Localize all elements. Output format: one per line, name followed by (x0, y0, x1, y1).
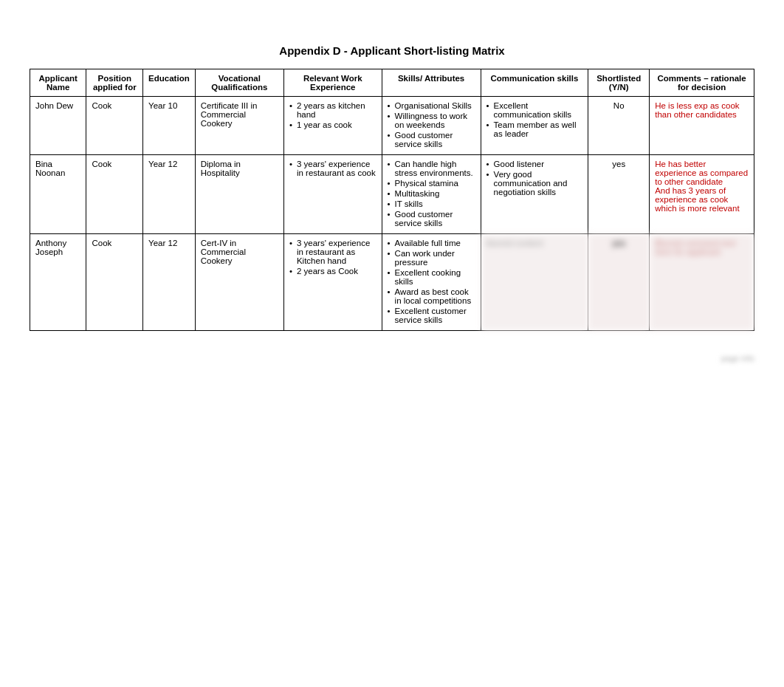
cell-qualifications: Cert-IV in Commercial Cookery (195, 234, 283, 331)
page: Appendix D - Applicant Short-listing Mat… (0, 0, 784, 393)
cell-shortlisted: yes (588, 155, 650, 234)
table-header-row: Applicant Name Position applied for Educ… (30, 69, 754, 97)
col-experience: Relevant Work Experience (283, 69, 382, 97)
cell-qualifications: Diploma in Hospitality (195, 155, 283, 234)
cell-experience: 2 years as kitchen hand1 year as cook (283, 97, 382, 155)
cell-communication: blurred content (481, 234, 588, 331)
cell-education: Year 10 (143, 97, 196, 155)
col-shortlisted: Shortlisted (Y/N) (588, 69, 650, 97)
col-position: Position applied for (86, 69, 143, 97)
shortlisting-matrix-table: Applicant Name Position applied for Educ… (30, 69, 754, 331)
cell-skills: Can handle high stress environments.Phys… (382, 155, 481, 234)
table-row: John DewCookYear 10Certificate III in Co… (30, 97, 754, 155)
cell-comments: He is less exp as cook than other candid… (650, 97, 754, 155)
col-applicant-name: Applicant Name (30, 69, 86, 97)
cell-experience: 3 years' experience in restaurant as coo… (283, 155, 382, 234)
footer-area: page info (30, 353, 754, 363)
col-skills: Skills/ Attributes (382, 69, 481, 97)
col-comments: Comments – rationale for decision (650, 69, 754, 97)
cell-experience: 3 years' experience in restaurant as Kit… (283, 234, 382, 331)
cell-communication: Good listenerVery good communication and… (481, 155, 588, 234)
cell-applicant-name: Bina Noonan (30, 155, 86, 234)
col-qualifications: Vocational Qualifications (195, 69, 283, 97)
table-row: Anthony JosephCookYear 12Cert-IV in Comm… (30, 234, 754, 331)
page-title: Appendix D - Applicant Short-listing Mat… (30, 44, 754, 57)
footer-text: page info (721, 354, 754, 363)
cell-comments: He has better experience as compared to … (650, 155, 754, 234)
cell-communication: Excellent communication skillsTeam membe… (481, 97, 588, 155)
cell-position: Cook (86, 234, 143, 331)
cell-applicant-name: Anthony Joseph (30, 234, 86, 331)
cell-comments: Blurred comment text here for applicant (650, 234, 754, 331)
cell-skills: Organisational SkillsWillingness to work… (382, 97, 481, 155)
col-communication: Communication skills (481, 69, 588, 97)
cell-shortlisted: No (588, 97, 650, 155)
cell-shortlisted: yes (588, 234, 650, 331)
cell-position: Cook (86, 97, 143, 155)
col-education: Education (143, 69, 196, 97)
cell-education: Year 12 (143, 234, 196, 331)
cell-qualifications: Certificate III in Commercial Cookery (195, 97, 283, 155)
cell-applicant-name: John Dew (30, 97, 86, 155)
cell-skills: Available full timeCan work under pressu… (382, 234, 481, 331)
cell-education: Year 12 (143, 155, 196, 234)
cell-position: Cook (86, 155, 143, 234)
table-row: Bina NoonanCookYear 12Diploma in Hospita… (30, 155, 754, 234)
